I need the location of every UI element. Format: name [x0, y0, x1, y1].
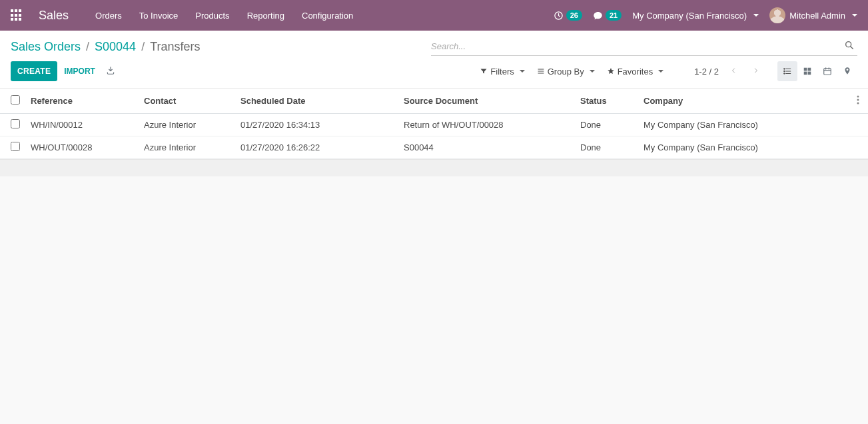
svg-rect-16: [824, 69, 831, 75]
table-header-row: Reference Contact Scheduled Date Source …: [0, 89, 868, 114]
company-name: My Company (San Francisco): [632, 11, 747, 21]
menu-reporting[interactable]: Reporting: [247, 11, 284, 21]
user-name: Mitchell Admin: [789, 11, 845, 21]
list-view: Reference Contact Scheduled Date Source …: [0, 89, 868, 176]
header-contact[interactable]: Contact: [139, 89, 235, 114]
header-source[interactable]: Source Document: [398, 89, 575, 114]
menu-configuration[interactable]: Configuration: [302, 11, 353, 21]
map-pin-icon: [843, 67, 852, 76]
activities-badge: 26: [566, 10, 582, 21]
row-checkbox[interactable]: [11, 142, 20, 151]
search-bar: [431, 37, 857, 56]
filters-dropdown[interactable]: Filters: [476, 64, 528, 79]
list-icon: [537, 67, 545, 75]
avatar: [769, 7, 785, 23]
kanban-view-icon: [803, 67, 812, 76]
row-checkbox-cell: [0, 114, 25, 136]
favorites-dropdown[interactable]: Favorites: [603, 64, 667, 79]
svg-point-9: [784, 69, 785, 69]
clock-icon: [554, 11, 564, 21]
calendar-view-icon: [823, 67, 832, 76]
empty-area: [0, 176, 868, 424]
breadcrumb-link-2[interactable]: S00044: [95, 40, 136, 54]
filters-label: Filters: [490, 67, 514, 77]
table-footer: [0, 159, 868, 176]
apps-icon[interactable]: [11, 9, 23, 21]
menu-to-invoice[interactable]: To Invoice: [139, 11, 179, 21]
view-list-button[interactable]: [777, 61, 797, 81]
messages-button[interactable]: 21: [593, 10, 622, 21]
menu-products[interactable]: Products: [195, 11, 229, 21]
chat-icon: [593, 11, 603, 21]
app-brand[interactable]: Sales: [39, 9, 69, 23]
svg-point-20: [857, 96, 859, 98]
view-calendar-button[interactable]: [817, 61, 837, 81]
svg-point-21: [857, 99, 859, 101]
cell-source: S00044: [398, 136, 575, 159]
svg-line-2: [851, 47, 853, 49]
cell-reference: WH/IN/00012: [25, 114, 139, 136]
cell-contact: Azure Interior: [139, 136, 235, 159]
breadcrumb-separator: /: [141, 40, 145, 54]
breadcrumb: Sales Orders / S00044 / Transfers: [11, 40, 201, 54]
chevron-right-icon: [752, 67, 760, 75]
cell-source: Return of WH/OUT/00028: [398, 114, 575, 136]
table-row[interactable]: WH/OUT/00028 Azure Interior 01/27/2020 1…: [0, 136, 868, 159]
import-button[interactable]: IMPORT: [57, 61, 102, 81]
select-all-checkbox[interactable]: [11, 95, 20, 105]
cell-scheduled: 01/27/2020 16:26:22: [235, 136, 398, 159]
company-switcher[interactable]: My Company (San Francisco): [632, 11, 759, 21]
svg-rect-15: [808, 72, 811, 75]
view-map-button[interactable]: [837, 61, 857, 81]
breadcrumb-link-1[interactable]: Sales Orders: [11, 40, 81, 54]
header-status[interactable]: Status: [575, 89, 638, 114]
activities-button[interactable]: 26: [554, 10, 582, 21]
download-icon[interactable]: [102, 66, 119, 77]
header-company[interactable]: Company: [638, 89, 848, 114]
groupby-dropdown[interactable]: Group By: [533, 64, 599, 79]
create-button[interactable]: CREATE: [11, 61, 57, 81]
transfers-table: Reference Contact Scheduled Date Source …: [0, 89, 868, 159]
pager-prev[interactable]: [725, 64, 741, 79]
cell-status: Done: [575, 136, 638, 159]
search-input[interactable]: [431, 41, 841, 51]
search-tools: Filters Group By Favorites: [476, 64, 667, 79]
star-icon: [607, 67, 615, 75]
search-icon[interactable]: [841, 40, 857, 53]
row-checkbox-cell: [0, 136, 25, 159]
svg-rect-14: [804, 72, 807, 75]
chevron-down-icon: [852, 14, 857, 17]
svg-rect-12: [804, 68, 807, 71]
chevron-down-icon: [590, 70, 595, 73]
list-view-icon: [783, 67, 792, 76]
pager-next[interactable]: [748, 64, 764, 79]
dots-vertical-icon: [857, 95, 859, 105]
row-checkbox[interactable]: [11, 119, 20, 128]
header-options[interactable]: [848, 89, 868, 114]
pager-text[interactable]: 1-2 / 2: [694, 67, 719, 77]
header-reference[interactable]: Reference: [25, 89, 139, 114]
svg-point-22: [857, 103, 859, 105]
svg-point-10: [784, 71, 785, 71]
cell-scheduled: 01/27/2020 16:34:13: [235, 114, 398, 136]
chevron-down-icon: [658, 70, 663, 73]
table-row[interactable]: WH/IN/00012 Azure Interior 01/27/2020 16…: [0, 114, 868, 136]
cell-company: My Company (San Francisco): [638, 114, 848, 136]
pager: 1-2 / 2: [694, 64, 764, 79]
view-switcher: [777, 61, 857, 81]
cell-company: My Company (San Francisco): [638, 136, 848, 159]
menu-orders[interactable]: Orders: [95, 11, 122, 21]
chevron-down-icon: [520, 70, 525, 73]
cell-status: Done: [575, 114, 638, 136]
filter-icon: [480, 67, 488, 75]
header-scheduled[interactable]: Scheduled Date: [235, 89, 398, 114]
top-menu: Orders To Invoice Products Reporting Con…: [95, 11, 353, 21]
favorites-label: Favorites: [618, 67, 653, 77]
cell-contact: Azure Interior: [139, 114, 235, 136]
groupby-label: Group By: [548, 67, 584, 77]
view-kanban-button[interactable]: [797, 61, 817, 81]
user-menu[interactable]: Mitchell Admin: [769, 7, 857, 23]
control-panel: Sales Orders / S00044 / Transfers CREATE…: [0, 31, 868, 89]
chevron-down-icon: [753, 14, 759, 17]
main-navbar: Sales Orders To Invoice Products Reporti…: [0, 0, 868, 31]
